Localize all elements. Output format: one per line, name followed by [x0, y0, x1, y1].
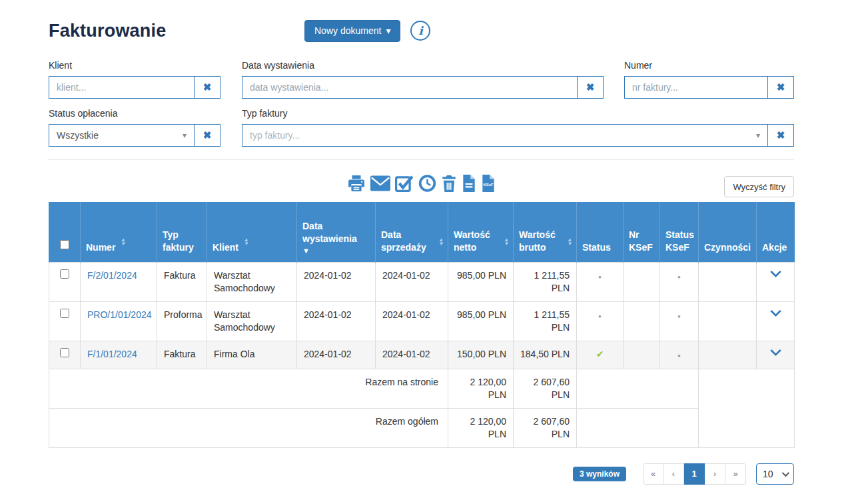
summary-row-page: Razem na stronie 2 120,00 PLN 2 607,60 P…	[49, 369, 795, 408]
typ-faktury-placeholder: typ faktury...	[250, 130, 300, 141]
pagination-first-button[interactable]: «	[643, 463, 663, 485]
print-button[interactable]	[346, 175, 366, 192]
row-checkbox[interactable]	[60, 348, 69, 357]
summary-row-total: Razem ogółem 2 120,00 PLN 2 607,60 PLN	[49, 408, 795, 447]
cell-nr-ksef	[624, 262, 660, 301]
cell-wartosc-brutto: 1 211,55 PLN	[514, 301, 577, 341]
export-document-button[interactable]	[461, 175, 477, 192]
cell-wartosc-brutto: 184,50 PLN	[514, 341, 577, 369]
row-actions-button[interactable]	[769, 269, 783, 279]
page-size-value: 10	[763, 469, 773, 479]
numer-filter-label: Numer	[624, 60, 794, 71]
envelope-icon	[370, 175, 390, 192]
payment-status-icon	[598, 309, 602, 320]
sort-icon: ▴▾	[504, 237, 508, 245]
delete-button[interactable]	[440, 175, 458, 192]
pagination: « ‹ 1 › »	[643, 463, 746, 485]
summary-empty-cell	[577, 408, 699, 447]
cell-nr-ksef	[624, 301, 660, 341]
sort-desc-active-icon: ▼	[302, 247, 370, 254]
chevron-down-icon	[770, 271, 781, 278]
filters-divider	[49, 159, 794, 160]
status-oplacenia-select[interactable]: Wszystkie ▾	[49, 124, 195, 147]
cell-data-wystawienia: 2024-01-02	[297, 341, 376, 369]
cell-data-sprzedazy: 2024-01-02	[376, 301, 448, 341]
column-header-wartosc-netto[interactable]: Wartość netto ▴▾	[448, 202, 514, 262]
row-checkbox[interactable]	[60, 309, 69, 318]
invoice-number-link[interactable]: PRO/1/01/2024	[87, 309, 152, 320]
pagination-prev-button[interactable]: ‹	[663, 463, 684, 485]
cell-data-wystawienia: 2024-01-02	[297, 301, 376, 341]
data-wystawienia-clear-button[interactable]: ✖	[577, 76, 604, 99]
row-actions-button[interactable]	[769, 309, 783, 319]
summary-total-netto: 2 120,00 PLN	[448, 408, 514, 447]
table-row: F/2/01/2024 Faktura Warsztat Samochodowy…	[49, 262, 795, 301]
chevron-down-icon	[770, 349, 781, 357]
clear-x-icon: ✖	[586, 81, 595, 93]
ksef-document-icon: KSeF	[481, 175, 496, 192]
invoicing-page: Fakturowanie Nowy dokument ▾ i Klient ✖ …	[49, 0, 794, 485]
payment-status-icon	[598, 270, 602, 281]
history-button[interactable]	[418, 175, 437, 192]
page-size-select[interactable]: 10	[756, 463, 794, 485]
clear-x-icon: ✖	[777, 129, 785, 141]
column-header-data-wystawienia[interactable]: Data wystawienia ▼	[297, 202, 376, 262]
cell-wartosc-netto: 150,00 PLN	[448, 341, 514, 369]
data-wystawienia-filter-label: Data wystawienia	[242, 60, 604, 71]
new-document-label: Nowy dokument	[314, 25, 381, 36]
ksef-status-icon	[677, 309, 681, 320]
invoice-number-link[interactable]: F/1/01/2024	[87, 349, 137, 359]
page-header: Fakturowanie Nowy dokument ▾ i	[49, 19, 794, 43]
mark-paid-button[interactable]	[394, 175, 414, 192]
numer-clear-button[interactable]: ✖	[767, 76, 794, 99]
column-header-wartosc-brutto[interactable]: Wartość brutto ▴▾	[514, 202, 577, 262]
numer-filter-input[interactable]	[624, 76, 768, 99]
check-square-icon	[395, 175, 414, 192]
klient-filter-label: Klient	[49, 60, 220, 71]
invoices-table: Numer ▴▾ Typ faktury Klient ▴▾ Data wyst…	[49, 202, 795, 448]
invoice-number-link[interactable]: F/2/01/2024	[87, 270, 137, 281]
column-header-czynnosci: Czynności	[699, 202, 757, 262]
klient-filter-input[interactable]	[49, 76, 195, 99]
pagination-next-button[interactable]: ›	[705, 463, 725, 485]
table-row: F/1/01/2024 Faktura Firma Ola 2024-01-02…	[49, 341, 795, 369]
row-actions-button[interactable]	[769, 348, 783, 358]
cell-klient: Firma Ola	[207, 341, 297, 369]
column-header-status-ksef: Status KSeF	[660, 202, 699, 262]
summary-empty-cell	[577, 369, 699, 408]
sort-icon: ▴▾	[121, 237, 125, 245]
cell-nr-ksef	[624, 341, 660, 369]
cell-czynnosci	[699, 262, 757, 301]
typ-faktury-select[interactable]: typ faktury... ▾	[242, 124, 768, 147]
row-checkbox[interactable]	[60, 269, 69, 279]
info-icon-glyph: i	[418, 24, 422, 37]
column-header-data-sprzedazy[interactable]: Data sprzedaży ▴▾	[376, 202, 448, 262]
status-oplacenia-clear-button[interactable]: ✖	[194, 124, 220, 147]
clear-x-icon: ✖	[203, 129, 212, 141]
column-header-klient[interactable]: Klient ▴▾	[207, 202, 297, 262]
column-header-nr-ksef: Nr KSeF	[624, 202, 660, 262]
info-icon[interactable]: i	[410, 21, 430, 41]
typ-faktury-clear-button[interactable]: ✖	[767, 124, 794, 147]
caret-down-icon: ▾	[183, 131, 187, 140]
ksef-send-button[interactable]: KSeF	[480, 175, 496, 192]
clear-x-icon: ✖	[203, 81, 212, 93]
summary-page-netto: 2 120,00 PLN	[448, 369, 514, 408]
column-header-akcje: Akcje	[757, 202, 795, 262]
email-button[interactable]	[370, 175, 391, 192]
page-title: Fakturowanie	[49, 21, 304, 41]
column-header-numer[interactable]: Numer ▴▾	[81, 202, 157, 262]
new-document-button[interactable]: Nowy dokument ▾	[304, 20, 400, 42]
klient-clear-button[interactable]: ✖	[194, 76, 220, 99]
table-row: PRO/1/01/2024 Proforma Warsztat Samochod…	[49, 301, 795, 341]
select-all-checkbox[interactable]	[60, 240, 69, 249]
clock-icon	[418, 175, 436, 192]
summary-page-label: Razem na stronie	[49, 369, 448, 408]
data-wystawienia-filter-input[interactable]	[242, 76, 578, 99]
pagination-last-button[interactable]: »	[725, 463, 746, 485]
cell-typ-faktury: Faktura	[157, 341, 207, 369]
pagination-page-1-button[interactable]: 1	[684, 463, 705, 485]
summary-empty-cell	[699, 369, 795, 447]
clear-filters-button[interactable]: Wyczyść filtry	[724, 176, 794, 197]
cell-wartosc-brutto: 1 211,55 PLN	[514, 262, 577, 301]
